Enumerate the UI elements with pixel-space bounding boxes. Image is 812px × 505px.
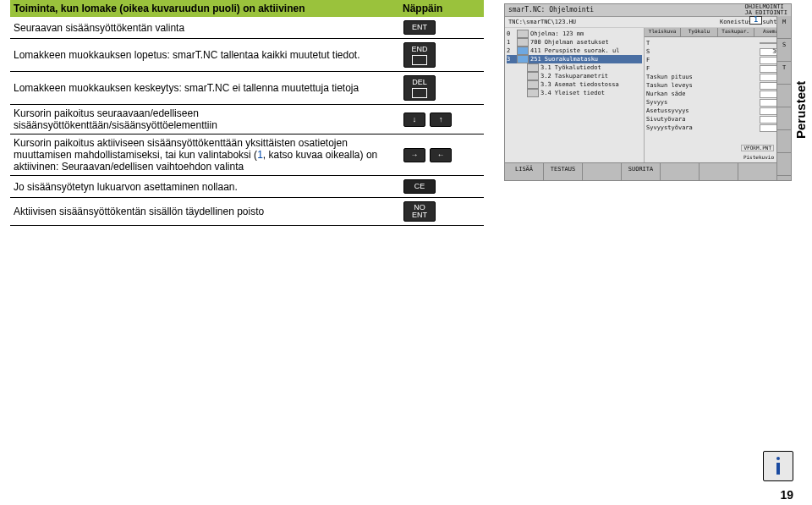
del-box-icon	[412, 88, 427, 98]
tree-line: 3.3 Asemat tiedostossa	[517, 80, 642, 89]
param-field: F500	[646, 64, 788, 73]
callout-marker-1: 1	[749, 16, 762, 25]
bottom-softkey	[700, 163, 738, 180]
side-tab-perusteet: Perusteet	[793, 51, 812, 169]
bottom-softkeys: LISÄÄTESTAUSSUORITA	[505, 162, 777, 180]
param-field: Sivutyövara0	[646, 115, 788, 124]
param-tab: Työkalu	[681, 28, 717, 36]
side-softkey: M	[777, 16, 791, 39]
side-softkey	[777, 107, 791, 130]
screencap-mode-title: OHJELMOINTIJA EDITOINTI	[744, 4, 787, 16]
side-softkey	[777, 130, 791, 153]
param-field: Taskun pituus60	[646, 73, 788, 81]
param-field: F150	[646, 56, 788, 64]
param-field: Syvyystyövara0	[646, 124, 788, 132]
control-screenshot: smarT.NC: Ohjelmointi OHJELMOINTIJA EDIT…	[504, 3, 792, 181]
tree-line: 3251 Suorakulmatasku	[507, 55, 642, 63]
bottom-softkey	[661, 163, 700, 180]
side-softkey	[777, 85, 791, 107]
arrow-right-key: →	[403, 148, 425, 162]
param-tab: Yleiskuva	[645, 28, 681, 36]
tree-line: 0Ohjelma: 123 mm	[507, 30, 642, 38]
screencap-path: TNC:\smarTNC\123.HU	[508, 19, 576, 25]
side-softkey: T	[777, 62, 791, 85]
key-end: END	[403, 42, 436, 68]
side-softkey	[777, 176, 791, 181]
vform-file: VFORM.PNT	[741, 145, 774, 151]
tree-line: 1700 Ohjelman asetukset	[507, 38, 642, 47]
program-tree: 0Ohjelma: 123 mm1700 Ohjelman asetukset2…	[505, 28, 645, 167]
param-field: T	[646, 39, 788, 47]
arrow-up-key: ↑	[430, 113, 452, 127]
table-row-text: Jo sisäänsyötetyn lukuarvon asettaminen …	[10, 176, 399, 198]
end-box-icon	[412, 55, 427, 65]
bottom-softkey: TESTAUS	[544, 163, 583, 180]
key-ent: ENT	[403, 20, 436, 35]
tree-line: 3.1 Työkalutiedot	[517, 63, 642, 72]
bottom-softkey: LISÄÄ	[505, 163, 544, 180]
screencap-title: smarT.NC: Ohjelmointi	[508, 7, 594, 14]
param-field: Taskun leveys20	[646, 81, 788, 90]
function-key-table: Toiminta, kun lomake (oikea kuvaruudun p…	[10, 0, 484, 226]
side-softkey	[777, 153, 791, 176]
pistekuvio-label: Pistekuvio	[743, 155, 774, 160]
arrow-down-key: ↓	[403, 113, 425, 127]
page-number: 19	[780, 488, 793, 502]
bottom-softkey: SUORITA	[622, 163, 661, 180]
param-field: Syvyys-20	[646, 98, 788, 107]
key-ce: CE	[403, 179, 436, 194]
param-tab: Taskupar.	[718, 28, 754, 36]
table-row-text: Aktiivisen sisäänsyöttökentän sisällön t…	[10, 198, 399, 226]
key-del: DEL	[403, 75, 436, 101]
table-row-text: Lomakkeen muokkauksen keskeytys: smarT.N…	[10, 72, 399, 105]
bottom-softkey	[738, 163, 777, 180]
table-row-text: Seuraavan sisäänsyöttökentän valinta	[10, 17, 399, 39]
param-tabs: YleiskuvaTyökaluTaskupar.Asemat	[645, 28, 791, 37]
table-header-right: Näppäin	[399, 0, 484, 17]
tree-line: 3.4 Yleiset tiedot	[517, 89, 642, 97]
info-icon	[763, 451, 793, 481]
key-no-ent: NO ENT	[403, 201, 436, 222]
bottom-softkey	[583, 163, 622, 180]
blue-marker-1: 1	[257, 149, 263, 161]
table-row-text: Kursorin paikoitus seuraavaan/edelliseen…	[10, 105, 399, 134]
side-softkey: S	[777, 39, 791, 62]
param-field: Nurkan säde0	[646, 90, 788, 98]
tree-line: 3.2 Taskuparametrit	[517, 72, 642, 80]
table-header-left: Toiminta, kun lomake (oikea kuvaruudun p…	[10, 0, 399, 17]
arrow-left-key: ←	[430, 148, 452, 162]
right-softkeys: MSTDIAGNOSISTYÖKALU- TAULUKKO	[776, 16, 791, 180]
table-row-text: Lomakkeen muokkauksen lopetus: smarT.NC …	[10, 39, 399, 72]
table-row-text: Kursorin paikoitus aktiiviseen sisäänsyö…	[10, 134, 399, 176]
tree-line: 2411 Peruspiste suorak. ul	[507, 47, 642, 55]
param-field: Asetussyvyys5	[646, 107, 788, 115]
param-field: S3000	[646, 47, 788, 56]
